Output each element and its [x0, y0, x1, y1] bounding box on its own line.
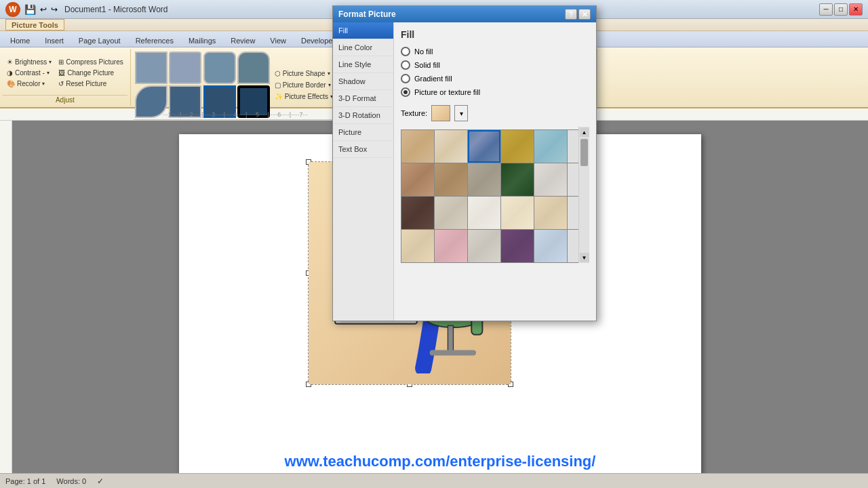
scroll-down-button[interactable]: ▼: [580, 253, 589, 262]
texture-paper[interactable]: [435, 130, 467, 163]
dialog-help-button[interactable]: ?: [565, 9, 577, 20]
radio-picture-texture[interactable]: Picture or texture fill: [401, 87, 589, 97]
texture-white-marble[interactable]: [534, 163, 567, 196]
texture-dark-stone[interactable]: [401, 197, 434, 229]
brightness-button[interactable]: ☀ Brightness ▾: [4, 57, 54, 67]
texture-tan[interactable]: [401, 130, 434, 163]
sidebar-line-style[interactable]: Line Style: [333, 56, 393, 73]
dialog-title-bar: Format Picture ? ✕: [333, 6, 596, 22]
reset-picture-button[interactable]: ↺ Reset Picture: [56, 79, 125, 89]
close-button[interactable]: ✕: [849, 3, 863, 16]
compress-label: Compress Pictures: [66, 58, 123, 66]
picture-effects-button[interactable]: ✨ Picture Effects ▾: [272, 92, 336, 102]
title-text: Document1 - Microsoft Word: [64, 5, 168, 14]
texture-scrollbar[interactable]: ▲ ▼: [578, 127, 589, 263]
dialog-sidebar: Fill Line Color Line Style Shadow 3-D Fo…: [333, 22, 394, 321]
title-bar-left: W 💾 ↩ ↪ Document1 - Microsoft Word: [5, 2, 168, 17]
picture-border-button[interactable]: ▢ Picture Border ▾: [272, 80, 336, 90]
quick-access-save[interactable]: 💾: [24, 4, 36, 15]
recolor-button[interactable]: 🎨 Recolor ▾: [4, 79, 54, 89]
sidebar-shadow[interactable]: Shadow: [333, 73, 393, 90]
texture-water[interactable]: [534, 130, 567, 163]
change-picture-button[interactable]: 🖼 Change Picture: [56, 68, 125, 78]
spell-check-icon[interactable]: ✓: [97, 476, 104, 486]
texture-newsprint[interactable]: [468, 230, 500, 262]
words-info: Words: 0: [56, 477, 86, 485]
style-swatch-4[interactable]: [237, 52, 270, 84]
texture-blue-fabric[interactable]: [468, 130, 500, 163]
reset-label: Reset Picture: [66, 80, 106, 87]
format-picture-dialog[interactable]: Format Picture ? ✕ Fill Line Color Line …: [332, 5, 597, 321]
contrast-button[interactable]: ◑ Contrast - ▾: [4, 68, 54, 78]
radio-gradient-fill[interactable]: Gradient fill: [401, 74, 589, 83]
sidebar-3d-format[interactable]: 3-D Format: [333, 90, 393, 107]
title-bar-controls: ─ □ ✕: [819, 3, 863, 16]
sidebar-fill[interactable]: Fill: [333, 22, 393, 39]
tab-home[interactable]: Home: [3, 34, 37, 47]
tab-insert[interactable]: Insert: [37, 34, 71, 47]
minimize-button[interactable]: ─: [819, 3, 833, 16]
style-swatch-3[interactable]: [203, 52, 236, 84]
texture-salt[interactable]: [435, 197, 467, 229]
texture-cream[interactable]: [501, 197, 534, 229]
texture-scroll-area: ▲ ▼: [401, 127, 589, 263]
texture-empty-3: [568, 197, 578, 229]
texture-grid: [401, 129, 578, 263]
texture-dropdown-button[interactable]: ▾: [454, 105, 468, 121]
quick-access-undo[interactable]: ↩: [40, 5, 47, 14]
texture-purple[interactable]: [501, 230, 534, 262]
texture-green-marble[interactable]: [501, 163, 534, 196]
svg-rect-16: [448, 326, 453, 353]
tab-review[interactable]: Review: [223, 34, 262, 47]
tab-view[interactable]: View: [262, 34, 294, 47]
style-swatch-1[interactable]: [135, 52, 167, 84]
sidebar-line-color[interactable]: Line Color: [333, 39, 393, 56]
texture-gray[interactable]: [468, 163, 500, 196]
texture-empty-4: [568, 230, 578, 262]
dialog-title-buttons: ? ✕: [565, 9, 591, 20]
group-adjust: ☀ Brightness ▾ ◑ Contrast - ▾ 🎨 Recolor …: [0, 49, 131, 106]
dialog-close-button[interactable]: ✕: [578, 9, 591, 20]
texture-label: Texture:: [401, 109, 427, 117]
compress-icon: ⊞: [58, 58, 64, 66]
texture-light-blue[interactable]: [534, 230, 567, 262]
texture-white-paper[interactable]: [468, 197, 500, 229]
brightness-arrow: ▾: [49, 59, 52, 65]
maximize-button[interactable]: □: [834, 3, 848, 16]
tab-mailings[interactable]: Mailings: [181, 34, 223, 47]
change-picture-icon: 🖼: [58, 69, 65, 77]
picture-styles-extra: ⬡ Picture Shape ▾ ▢ Picture Border ▾ ✨ P…: [272, 68, 336, 102]
scroll-thumb[interactable]: [580, 139, 588, 166]
picture-shape-icon: ⬡: [275, 70, 281, 77]
texture-stone[interactable]: [401, 163, 434, 196]
picture-tools-label: Picture Tools: [5, 19, 64, 30]
radio-solid-fill[interactable]: Solid fill: [401, 60, 589, 70]
radio-picture-texture-circle: [401, 87, 410, 97]
radio-no-fill[interactable]: No fill: [401, 47, 589, 56]
quick-access-redo[interactable]: ↪: [51, 5, 58, 14]
sidebar-3d-rotation[interactable]: 3-D Rotation: [333, 107, 393, 124]
radio-gradient-fill-circle: [401, 74, 410, 83]
fill-title: Fill: [401, 29, 589, 40]
tab-page-layout[interactable]: Page Layout: [71, 34, 128, 47]
texture-fish-fossil[interactable]: [435, 163, 467, 196]
picture-styles-swatches: [135, 52, 271, 118]
status-bar: Page: 1 of 1 Words: 0 ✓: [0, 473, 868, 488]
texture-beige[interactable]: [401, 230, 434, 262]
contrast-label: Contrast -: [15, 69, 45, 77]
scroll-up-button[interactable]: ▲: [580, 127, 589, 137]
office-logo[interactable]: W: [5, 2, 20, 17]
tab-references[interactable]: References: [128, 34, 181, 47]
sidebar-text-box[interactable]: Text Box: [333, 141, 393, 158]
picture-border-icon: ▢: [275, 81, 281, 89]
sidebar-picture[interactable]: Picture: [333, 124, 393, 141]
picture-shape-button[interactable]: ⬡ Picture Shape ▾: [272, 68, 336, 79]
texture-preview: [431, 105, 450, 121]
texture-pink[interactable]: [435, 230, 467, 262]
texture-light-tan[interactable]: [534, 197, 567, 229]
texture-empty-1: [568, 130, 578, 163]
texture-burlap[interactable]: [501, 130, 534, 163]
compress-pictures-button[interactable]: ⊞ Compress Pictures: [56, 57, 125, 67]
radio-gradient-fill-label: Gradient fill: [414, 75, 452, 83]
style-swatch-2[interactable]: [169, 52, 201, 84]
